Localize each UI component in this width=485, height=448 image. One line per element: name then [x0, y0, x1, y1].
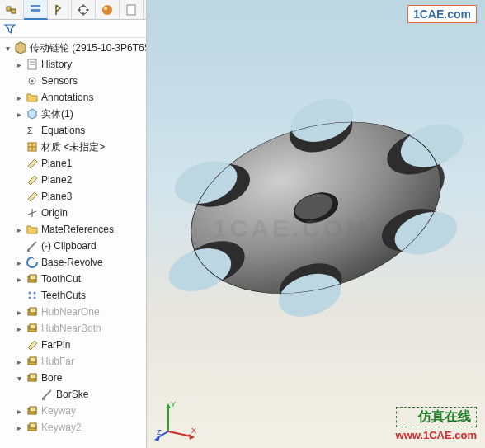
orientation-triad[interactable]: Y X Z	[153, 397, 198, 441]
sheet-icon	[125, 3, 138, 17]
tree-item[interactable]: BorSke	[0, 386, 146, 403]
svg-point-19	[34, 297, 36, 299]
twisty-icon[interactable]: ▸	[15, 60, 23, 69]
tree-item[interactable]: ΣEquations	[0, 122, 146, 139]
tree-item-label: History	[41, 59, 72, 70]
tree-item-label: 实体(1)	[41, 107, 73, 121]
svg-rect-30	[30, 407, 36, 412]
tree-item[interactable]: ▾Bore	[0, 370, 146, 386]
watermark-top-right: 1CAE.com	[407, 5, 477, 23]
tree-item[interactable]: (-) Clipboard	[0, 238, 146, 254]
filter-icon[interactable]	[3, 22, 16, 35]
tab-assembly[interactable]	[0, 0, 24, 20]
tree-item-label: (-) Clipboard	[41, 240, 97, 252]
tree-item[interactable]: ▸MateReferences	[0, 221, 146, 238]
plane-icon	[26, 190, 39, 203]
origin-icon	[26, 206, 39, 219]
tab-config[interactable]	[72, 0, 96, 20]
twisty-icon[interactable]: ▸	[15, 423, 23, 432]
filter-row	[0, 20, 146, 38]
tree-item[interactable]: ▸History	[0, 56, 146, 73]
cut-icon	[26, 322, 39, 335]
twisty-icon[interactable]: ▸	[15, 110, 23, 119]
svg-point-44	[167, 244, 233, 296]
tree-item-label: BorSke	[56, 389, 88, 400]
tree-item[interactable]: 材质 <未指定>	[0, 139, 146, 155]
svg-rect-28	[42, 398, 45, 400]
twisty-icon[interactable]: ▸	[15, 258, 23, 267]
tree-item[interactable]: ▸HubFar	[0, 353, 146, 370]
svg-rect-27	[30, 374, 36, 379]
tree-item[interactable]: FarPln	[0, 337, 146, 353]
tree-item[interactable]: ▸ToothCut	[0, 271, 146, 287]
tree-item[interactable]: ▸Annotations	[0, 89, 146, 106]
svg-rect-23	[30, 324, 36, 329]
tree-item-label: Plane3	[41, 191, 72, 202]
tree-item[interactable]: Plane1	[0, 155, 146, 172]
graphics-viewport[interactable]: 1CAE.COM 1CAE.com 仿真在线 www.1CAE.com Y X …	[147, 0, 485, 448]
tree-item[interactable]: ▸Keyway2	[0, 419, 146, 436]
tab-appearance[interactable]	[96, 0, 120, 20]
tree-item[interactable]: Sensors	[0, 73, 146, 89]
tree-item[interactable]: Plane2	[0, 172, 146, 188]
tree-item[interactable]: ▸实体(1)	[0, 106, 146, 122]
twisty-icon[interactable]: ▸	[15, 225, 23, 234]
cut-icon	[26, 272, 39, 285]
tab-extra[interactable]	[120, 0, 144, 20]
cut-icon	[26, 371, 39, 384]
twisty-icon[interactable]: ▾	[3, 44, 12, 53]
pattern-icon	[26, 289, 39, 302]
twisty-icon[interactable]: ▸	[15, 308, 23, 317]
svg-text:Σ: Σ	[27, 125, 33, 135]
tree-item-label: MateReferences	[41, 224, 114, 235]
svg-line-52	[168, 431, 191, 436]
tree-item[interactable]: TeethCuts	[0, 287, 146, 304]
plane-icon	[26, 173, 39, 186]
tree-root[interactable]: ▾ 传动链轮 (2915-10-3P6T6SN3	[0, 40, 146, 56]
svg-rect-32	[30, 423, 36, 428]
twisty-icon[interactable]: ▸	[15, 357, 23, 366]
svg-point-41	[399, 120, 464, 172]
tree-item-label: Bore	[41, 372, 62, 384]
tab-properties[interactable]	[48, 0, 72, 20]
tree-item[interactable]: Origin	[0, 205, 146, 221]
twisty-icon[interactable]: ▸	[15, 93, 23, 102]
plane-icon	[26, 338, 39, 351]
tree-item-label: HubNearBoth	[41, 323, 101, 334]
svg-rect-15	[30, 275, 36, 280]
tree-item-label: ToothCut	[41, 273, 81, 285]
equations-icon: Σ	[26, 124, 39, 137]
svg-rect-1	[12, 9, 16, 13]
watermark-bottom-right: 仿真在线 www.1CAE.com	[396, 407, 477, 441]
tab-feature-tree[interactable]	[24, 0, 48, 20]
cut-icon	[26, 421, 39, 434]
sketch-icon	[40, 388, 54, 401]
twisty-icon[interactable]: ▸	[15, 324, 23, 333]
tree-item[interactable]: ▸HubNearOne	[0, 304, 146, 320]
svg-rect-2	[31, 5, 40, 7]
tree-item[interactable]: ▸HubNearBoth	[0, 320, 146, 337]
twisty-icon[interactable]: ▾	[15, 374, 23, 383]
folder-icon	[26, 91, 39, 104]
svg-rect-3	[31, 9, 40, 12]
revolve-icon	[26, 256, 39, 269]
svg-marker-53	[189, 434, 195, 440]
target-icon	[77, 3, 90, 17]
tree-item-label: FarPln	[41, 339, 70, 351]
tree-item-label: Plane2	[41, 174, 72, 186]
tree-item[interactable]: Plane3	[0, 188, 146, 205]
svg-point-16	[29, 292, 31, 295]
svg-rect-0	[7, 7, 11, 11]
tree-icon	[29, 2, 42, 16]
cut-icon	[26, 404, 39, 417]
tree-item[interactable]: ▸Base-Revolve	[0, 254, 146, 271]
twisty-icon[interactable]: ▸	[15, 275, 23, 284]
gear-model[interactable]	[155, 43, 477, 365]
svg-rect-13	[27, 249, 30, 252]
prop-icon	[53, 3, 66, 17]
history-icon	[26, 58, 39, 71]
tree-item[interactable]: ▸Keyway	[0, 403, 146, 419]
twisty-icon[interactable]: ▸	[15, 407, 23, 416]
cut-icon	[26, 355, 39, 368]
tree-item-label: HubNearOne	[41, 306, 100, 318]
